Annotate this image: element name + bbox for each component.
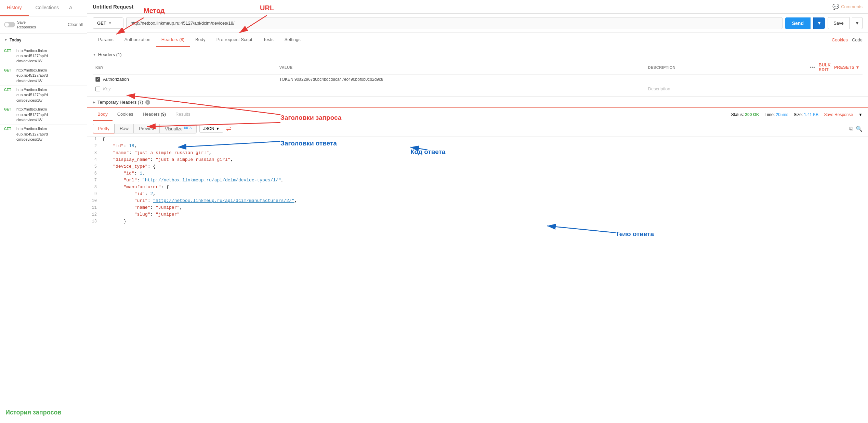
- comments-label: Comments: [841, 4, 863, 9]
- clear-all-button[interactable]: Clear all: [68, 22, 83, 27]
- code-link[interactable]: Code: [852, 37, 863, 42]
- today-section-header[interactable]: ▼ Today: [4, 36, 83, 44]
- save-responses-toggle[interactable]: [4, 22, 15, 27]
- presets-button[interactable]: Presets ▼: [834, 65, 860, 70]
- top-bar-right: 💬 Comments: [832, 3, 863, 10]
- today-label: Today: [10, 38, 21, 42]
- history-item[interactable]: GET http://netbox.linkmeup.ru:45127/api/…: [0, 125, 87, 144]
- response-section: Body Cookies Headers (9) Results Status:…: [87, 107, 868, 423]
- size-label: Size: 1.41 KB: [794, 112, 819, 117]
- save-button[interactable]: Save: [828, 17, 850, 29]
- beta-badge: BETA: [184, 126, 192, 129]
- temp-headers-label[interactable]: Temporary Headers (7): [97, 100, 143, 105]
- format-tab-pretty[interactable]: Pretty: [93, 124, 115, 133]
- sidebar-tab-extra[interactable]: A: [66, 0, 76, 16]
- history-url: http://netbox.linkmeup.ru:45127/api/dcim…: [16, 48, 48, 64]
- sidebar-tab-collections[interactable]: Collections: [29, 0, 66, 16]
- description-column-header: DESCRIPTION: [645, 61, 807, 75]
- cookies-link[interactable]: Cookies: [832, 37, 848, 42]
- response-tab-headers[interactable]: Headers (9): [138, 108, 171, 121]
- format-tab-preview[interactable]: Preview: [134, 124, 160, 133]
- code-line: 12 "slug": "juniper": [87, 212, 868, 219]
- history-list: GET http://netbox.linkmeup.ru:45127/api/…: [0, 47, 87, 144]
- bulk-edit-button[interactable]: Bulk Edit: [819, 63, 831, 72]
- response-headers-badge: (9): [161, 112, 166, 117]
- comments-button[interactable]: 💬 Comments: [832, 3, 863, 10]
- json-format-select[interactable]: JSON ▼: [199, 125, 223, 133]
- send-dropdown-button[interactable]: ▼: [813, 17, 825, 29]
- row-checkbox[interactable]: [95, 87, 100, 91]
- code-line: 7 "url": "http://netbox.linkmeup.ru/api/…: [87, 178, 868, 184]
- info-icon[interactable]: i: [145, 100, 150, 105]
- save-responses-control: SaveResponses: [4, 20, 36, 30]
- method-badge: GET: [4, 107, 14, 111]
- code-line: 8 "manufacturer": {: [87, 184, 868, 191]
- url-input[interactable]: [126, 17, 782, 29]
- tab-pre-request-script[interactable]: Pre-request Script: [211, 33, 258, 47]
- code-line: 10 "url": "http://netbox.linkmeup.ru/api…: [87, 198, 868, 205]
- response-format-bar: Pretty Raw Preview Visualize BETA JSON ▼…: [87, 121, 868, 137]
- sidebar: History Collections A SaveResponses Clea…: [0, 0, 87, 423]
- tab-settings[interactable]: Settings: [279, 33, 306, 47]
- request-tabs-left: Params Authorization Headers (8) Body Pr…: [93, 33, 306, 47]
- save-responses-label: SaveResponses: [17, 20, 36, 30]
- response-tab-cookies[interactable]: Cookies: [113, 108, 138, 121]
- save-response-dropdown[interactable]: ▼: [858, 112, 863, 117]
- history-item[interactable]: GET http://netbox.linkmeup.ru:45127/api/…: [0, 66, 87, 86]
- format-bar-right: ⧉ 🔍: [849, 126, 863, 132]
- code-line: 2 "id": 18,: [87, 143, 868, 150]
- header-key-placeholder[interactable]: Key: [103, 86, 110, 91]
- code-area[interactable]: 1 { 2 "id": 18, 3 "name": "just a simple…: [87, 137, 868, 423]
- toggle-knob: [5, 23, 9, 27]
- more-options-button[interactable]: •••: [810, 65, 815, 70]
- top-bar: Untitled Request 💬 Comments: [87, 0, 868, 14]
- history-url: http://netbox.linkmeup.ru:45127/api/dcim…: [16, 68, 48, 84]
- format-controls: Pretty Raw Preview Visualize BETA JSON ▼…: [93, 124, 231, 133]
- sidebar-tab-history[interactable]: History: [0, 0, 29, 16]
- format-tab-raw[interactable]: Raw: [115, 124, 134, 133]
- key-column-header: KEY: [93, 61, 277, 75]
- request-tabs-right: Cookies Code: [832, 37, 863, 42]
- wrap-button[interactable]: ⇌: [226, 125, 231, 132]
- table-row: Key Description: [93, 84, 863, 94]
- code-line: 3 "name": "just a simple russian girl",: [87, 150, 868, 157]
- code-line: 4 "display_name": "just a simple russian…: [87, 157, 868, 164]
- format-tab-visualize[interactable]: Visualize BETA: [160, 124, 197, 133]
- time-value: 205ms: [776, 112, 788, 117]
- search-icon[interactable]: 🔍: [856, 126, 863, 132]
- headers-badge: (8): [179, 37, 184, 42]
- history-item[interactable]: GET http://netbox.linkmeup.ru:45127/api/…: [0, 105, 87, 125]
- tab-body[interactable]: Body: [190, 33, 211, 47]
- description-placeholder[interactable]: Description: [648, 86, 670, 91]
- tab-authorization[interactable]: Authorization: [119, 33, 156, 47]
- temporary-headers-section: ▶ Temporary Headers (7) i: [87, 97, 868, 107]
- tab-tests[interactable]: Tests: [258, 33, 279, 47]
- json-format-arrow: ▼: [216, 126, 220, 131]
- request-tabs: Params Authorization Headers (8) Body Pr…: [87, 33, 868, 47]
- method-badge: GET: [4, 88, 14, 92]
- sidebar-controls: SaveResponses Clear all: [0, 16, 87, 34]
- format-tabs: Pretty Raw Preview Visualize BETA: [93, 124, 197, 133]
- row-checkbox[interactable]: ✓: [95, 77, 100, 82]
- copy-icon[interactable]: ⧉: [849, 126, 853, 132]
- save-dropdown-button[interactable]: ▼: [852, 17, 863, 29]
- history-item[interactable]: GET http://netbox.linkmeup.ru:45127/api/…: [0, 47, 87, 66]
- method-label: GET: [97, 21, 106, 26]
- tab-headers[interactable]: Headers (8): [156, 33, 190, 47]
- tab-params[interactable]: Params: [93, 33, 119, 47]
- sidebar-tabs: History Collections A: [0, 0, 87, 16]
- chevron-right-icon: ▶: [93, 100, 95, 104]
- status-value: 200 OK: [745, 112, 759, 117]
- response-tab-body[interactable]: Body: [93, 108, 113, 121]
- send-button[interactable]: Send: [785, 17, 811, 29]
- headers-collapse-toggle[interactable]: ▼ Headers (1): [93, 50, 863, 59]
- header-key[interactable]: Authorization: [103, 77, 129, 82]
- header-value[interactable]: TOKEN 90a22967d0bc4bdcd8ca47ec490bbf0b0c…: [279, 77, 383, 82]
- response-tab-results[interactable]: Results: [171, 108, 195, 121]
- code-line: 5 "device_type": {: [87, 164, 868, 171]
- main-panel: Untitled Request 💬 Comments GET ▼ Send ▼…: [87, 0, 868, 423]
- method-select[interactable]: GET ▼: [93, 17, 123, 29]
- code-line: 1 {: [87, 137, 868, 143]
- history-item[interactable]: GET http://netbox.linkmeup.ru:45127/api/…: [0, 86, 87, 105]
- save-response-button[interactable]: Save Response: [824, 112, 853, 117]
